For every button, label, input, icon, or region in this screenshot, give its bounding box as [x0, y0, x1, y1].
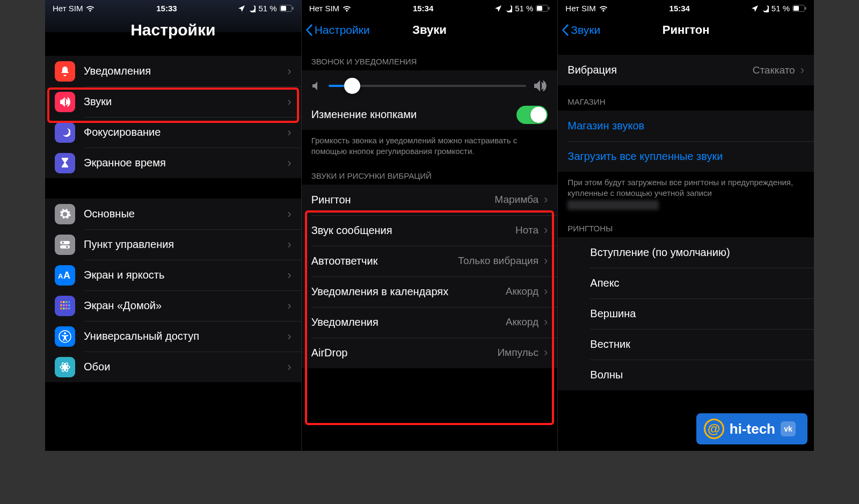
settings-row-звуки[interactable]: Звуки › — [45, 86, 301, 117]
sound-row-уведомления[interactable]: Уведомления Аккорд › — [302, 307, 558, 338]
row-label: Основные — [84, 208, 285, 220]
clock: 15:33 — [156, 4, 177, 13]
page-title: Звуки — [412, 23, 447, 37]
nav-bar: Настройки — [45, 15, 301, 45]
row-value: Аккорд — [506, 286, 538, 297]
row-value: Аккорд — [506, 316, 538, 328]
volume-low-icon — [311, 81, 321, 91]
svg-rect-11 — [65, 301, 68, 303]
settings-row-обои[interactable]: Обои › — [45, 352, 301, 382]
settings-group-1: Уведомления › Звуки › Фокусирование › Эк… — [45, 56, 301, 178]
phone-ringtone: Нет SIM 15:34 51 % Звуки Рингтон Вибр — [558, 0, 814, 451]
row-label: Вибрация — [567, 64, 752, 76]
row-label: Фокусирование — [84, 126, 285, 138]
row-label: Экранное время — [84, 157, 285, 169]
ringtone-option[interactable]: Вестник — [558, 329, 814, 360]
ringtone-option[interactable]: Апекс — [558, 268, 814, 298]
sound-store-link[interactable]: Магазин звуков — [558, 111, 814, 141]
change-with-buttons-row: Изменение кнопками — [302, 99, 558, 130]
volume-slider-row — [302, 70, 558, 99]
sound-row-звук-сообщения[interactable]: Звук сообщения Нота › — [302, 215, 558, 246]
moon-icon — [505, 5, 512, 12]
change-with-buttons-toggle[interactable] — [516, 106, 548, 124]
chevron-right-icon: › — [287, 238, 291, 252]
chevron-left-icon — [562, 24, 570, 36]
svg-rect-10 — [63, 301, 65, 303]
ringtone-option[interactable]: Вершина — [558, 298, 814, 329]
svg-point-6 — [66, 246, 68, 248]
row-label: Изменение кнопками — [311, 108, 517, 121]
ringtone-label: Волны — [590, 369, 804, 381]
section-header-ringer: ЗВОНОК И УВЕДОМЛЕНИЯ — [302, 45, 558, 70]
svg-point-22 — [64, 332, 66, 334]
switches-icon — [55, 235, 75, 255]
wifi-icon — [599, 5, 608, 12]
page-title: Рингтон — [663, 23, 710, 37]
row-value: Нота — [515, 224, 538, 236]
svg-rect-1 — [281, 6, 286, 11]
svg-rect-2 — [292, 7, 293, 10]
settings-row-пункт-управления[interactable]: Пункт управления › — [45, 229, 301, 260]
page-title: Настройки — [130, 21, 215, 39]
badge-label: hi-tech — [730, 421, 775, 437]
svg-rect-16 — [68, 304, 70, 306]
redacted-account — [567, 200, 659, 210]
chevron-right-icon: › — [544, 254, 548, 268]
chevron-right-icon: › — [287, 207, 291, 221]
settings-row-экранное-время[interactable]: Экранное время › — [45, 148, 301, 178]
row-label: Уведомления — [84, 65, 285, 77]
section-header-ringtones: РИНГТОНЫ — [558, 212, 814, 237]
settings-row-универсальный-доступ[interactable]: Универсальный доступ › — [45, 321, 301, 352]
settings-row-уведомления[interactable]: Уведомления › — [45, 56, 301, 86]
three-phone-layout: Нет SIM 15:33 51 % Настройки Уведомления… — [45, 0, 814, 451]
store-footer: При этом будут загружены все рингтоны и … — [558, 172, 814, 212]
svg-rect-14 — [63, 304, 65, 306]
settings-row-фокусирование[interactable]: Фокусирование › — [45, 117, 301, 148]
chevron-right-icon: › — [544, 315, 548, 329]
row-value: Маримба — [494, 194, 538, 206]
sounds-group: Рингтон Маримба › Звук сообщения Нота › … — [302, 185, 558, 368]
download-purchased-link[interactable]: Загрузить все купленные звуки — [558, 141, 814, 172]
svg-rect-34 — [794, 6, 799, 11]
back-button[interactable]: Звуки — [562, 24, 600, 36]
location-icon — [751, 5, 759, 12]
vibration-row[interactable]: Вибрация Стаккато › — [558, 55, 814, 85]
clock: 15:34 — [669, 4, 690, 13]
phone-sounds: Нет SIM 15:34 51 % Настройки Звуки ЗВОНО… — [302, 0, 558, 451]
chevron-right-icon: › — [287, 360, 291, 374]
back-button[interactable]: Настройки — [306, 24, 370, 36]
volume-slider[interactable] — [329, 85, 527, 87]
row-label: Обои — [84, 361, 285, 373]
row-label: Автоответчик — [311, 255, 458, 267]
settings-row-экран-и-яркость[interactable]: AA Экран и яркость › — [45, 260, 301, 290]
section-header-store: МАГАЗИН — [558, 85, 814, 111]
battery-pct: 51 % — [258, 4, 276, 13]
speaker-icon — [55, 92, 75, 112]
hourglass-icon — [55, 153, 75, 173]
row-label: Пункт управления — [84, 238, 285, 251]
gear-icon — [55, 204, 75, 224]
at-icon: @ — [704, 419, 724, 439]
row-label: Звук сообщения — [311, 224, 515, 237]
sound-row-рингтон[interactable]: Рингтон Маримба › — [302, 185, 558, 215]
ringtone-option[interactable]: Вступление (по умолчанию) — [558, 237, 814, 268]
battery-pct: 51 % — [515, 4, 533, 13]
aa-icon: AA — [55, 265, 75, 286]
row-label: Экран «Домой» — [84, 300, 285, 312]
chevron-right-icon: › — [287, 299, 291, 313]
sound-row-airdrop[interactable]: AirDrop Импульс › — [302, 338, 558, 368]
sound-row-уведомления-в-календарях[interactable]: Уведомления в календарях Аккорд › — [302, 276, 558, 307]
chevron-right-icon: › — [287, 95, 291, 109]
vk-icon: vk — [781, 421, 796, 436]
section-header-sounds: ЗВУКИ И РИСУНКИ ВИБРАЦИЙ — [302, 159, 558, 185]
moon-icon — [248, 5, 256, 12]
accessibility-icon — [55, 326, 75, 347]
svg-rect-32 — [549, 7, 550, 10]
ringtone-option[interactable]: Волны — [558, 360, 814, 390]
svg-rect-9 — [60, 301, 62, 303]
sound-row-автоответчик[interactable]: Автоответчик Только вибрация › — [302, 246, 558, 276]
settings-row-экран-домой-[interactable]: Экран «Домой» › — [45, 290, 301, 321]
settings-row-основные[interactable]: Основные › — [45, 199, 301, 229]
svg-rect-19 — [65, 308, 68, 310]
carrier-label: Нет SIM — [565, 4, 595, 13]
